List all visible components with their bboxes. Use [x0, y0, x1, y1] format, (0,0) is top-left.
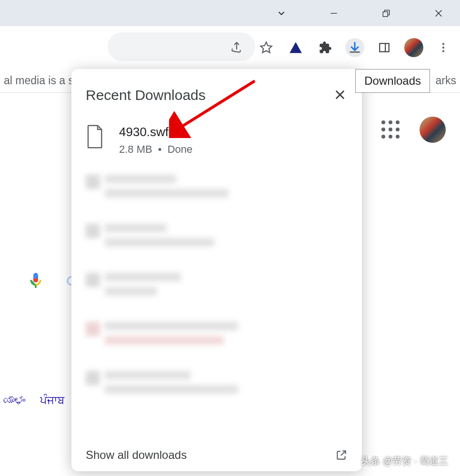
svg-rect-2: [383, 11, 388, 16]
browser-menu-button[interactable]: [434, 38, 453, 57]
extensions-button[interactable]: [316, 38, 335, 57]
downloads-popup: Recent Downloads 4930.swf 2.8 MB • Done: [71, 69, 362, 471]
show-all-downloads-link[interactable]: Show all downloads: [86, 448, 187, 462]
blurred-download-item: [86, 273, 348, 296]
open-external-icon[interactable]: [335, 449, 348, 461]
blurred-download-item: [86, 224, 348, 247]
download-item[interactable]: 4930.swf 2.8 MB • Done: [86, 125, 348, 156]
language-links: ಯಾಳಂ ਪੰਜਾਬ: [4, 394, 76, 407]
svg-marker-10: [290, 42, 302, 53]
account-avatar[interactable]: [420, 117, 446, 143]
close-window-button[interactable]: [422, 0, 455, 26]
extension-triangle-button[interactable]: [286, 38, 305, 57]
minimize-button[interactable]: [317, 0, 350, 26]
star-icon: [260, 41, 273, 54]
tab-dropdown-button[interactable]: [265, 0, 298, 26]
svg-marker-5: [260, 42, 271, 52]
popup-close-button[interactable]: [333, 88, 348, 102]
popup-title: Recent Downloads: [86, 87, 206, 103]
chevron-down-icon: [276, 8, 287, 19]
maximize-icon: [381, 9, 391, 18]
close-icon: [333, 88, 347, 101]
blurred-download-item: [86, 371, 348, 394]
blurred-download-item: [86, 175, 348, 198]
puzzle-piece-icon: [319, 41, 332, 54]
kebab-menu-icon: [437, 41, 450, 54]
watermark-text: 头条 @劳资 · 蜀道三: [361, 455, 448, 467]
triangle-logo-icon: [289, 40, 303, 55]
voice-search-icon[interactable]: [26, 271, 45, 290]
profile-avatar[interactable]: [404, 38, 423, 57]
share-icon: [230, 41, 243, 54]
google-apps-button[interactable]: [381, 120, 400, 139]
download-meta: 2.8 MB • Done: [119, 143, 192, 156]
close-icon: [433, 8, 444, 19]
minimize-icon: [329, 9, 339, 18]
blurred-download-item: [86, 322, 348, 345]
downloads-button[interactable]: [345, 38, 364, 57]
svg-rect-13: [380, 43, 389, 51]
sidepanel-button[interactable]: [375, 38, 394, 57]
bookmark-fragment-right[interactable]: arks: [436, 74, 456, 87]
svg-point-16: [442, 47, 444, 49]
download-icon: [348, 41, 361, 54]
lang-link-2[interactable]: ਪੰਜਾਬ: [40, 394, 64, 407]
window-titlebar: [0, 0, 460, 26]
downloads-tooltip: Downloads: [355, 69, 430, 93]
share-button[interactable]: [227, 38, 246, 57]
bookmark-star-button[interactable]: [257, 38, 276, 57]
lang-link-1[interactable]: ಯಾಳಂ: [4, 394, 25, 407]
svg-point-17: [442, 50, 444, 52]
svg-point-15: [442, 43, 444, 45]
sidepanel-icon: [378, 41, 390, 54]
file-icon: [86, 125, 105, 149]
download-filename: 4930.swf: [119, 125, 192, 139]
maximize-button[interactable]: [370, 0, 403, 26]
